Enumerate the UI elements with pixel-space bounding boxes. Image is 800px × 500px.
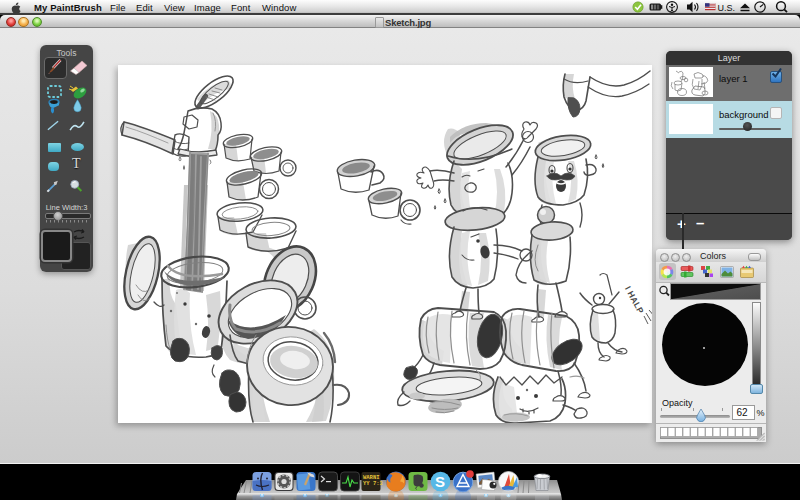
svg-text:YY 7:3: YY 7:3 (363, 480, 384, 487)
svg-text:I HALP: I HALP (623, 285, 646, 316)
svg-text:S: S (435, 473, 445, 490)
svg-text:U.S.: U.S. (718, 3, 736, 13)
